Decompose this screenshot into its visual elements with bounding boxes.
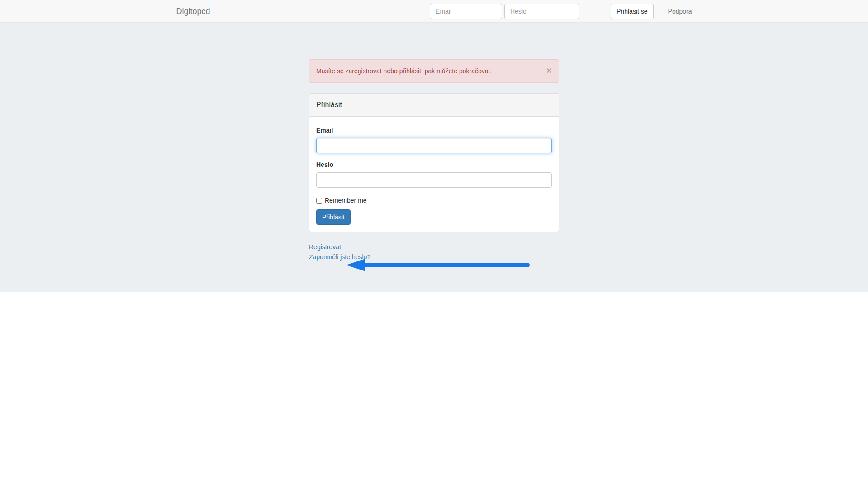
password-field[interactable] [316,172,552,188]
navbar-login-form: Přihlásit se Podpora [430,4,692,19]
navbar-password-input[interactable] [504,4,579,19]
brand-link[interactable]: Digitopcd [176,0,210,23]
navbar-support-link[interactable]: Podpora [668,8,692,15]
login-submit-button[interactable]: Přihlásit [316,209,351,225]
register-link[interactable]: Registrovat [309,242,341,252]
email-label: Email [316,126,552,135]
alert-message: Musíte se zaregistrovat nebo přihlásit, … [316,67,492,75]
remember-me-label: Remember me [325,196,367,205]
remember-me-row: Remember me [316,196,552,205]
error-alert: Musíte se zaregistrovat nebo přihlásit, … [309,59,559,83]
top-navbar: Digitopcd Přihlásit se Podpora [0,0,868,23]
navbar-email-input[interactable] [430,4,502,19]
login-panel-body: Email Heslo Remember me Přihlásit [309,117,559,232]
auth-links: Registrovat Zapomněli jste heslo? [309,242,559,262]
login-panel: Přihlásit Email Heslo Remember me Přihlá… [309,93,559,232]
content-column: Musíte se zaregistrovat nebo přihlásit, … [309,23,559,262]
page-background-section: Musíte se zaregistrovat nebo přihlásit, … [0,23,868,292]
alert-close-icon[interactable]: × [546,66,552,75]
remember-me-checkbox[interactable] [316,198,322,204]
login-panel-title: Přihlásit [309,94,559,117]
email-form-group: Email [316,126,552,153]
forgot-password-link[interactable]: Zapomněli jste heslo? [309,252,370,262]
password-label: Heslo [316,160,552,169]
email-field[interactable] [316,138,552,153]
navbar-container: Digitopcd Přihlásit se Podpora [170,0,699,22]
password-form-group: Heslo [316,160,552,188]
navbar-signin-button[interactable]: Přihlásit se [611,4,653,19]
